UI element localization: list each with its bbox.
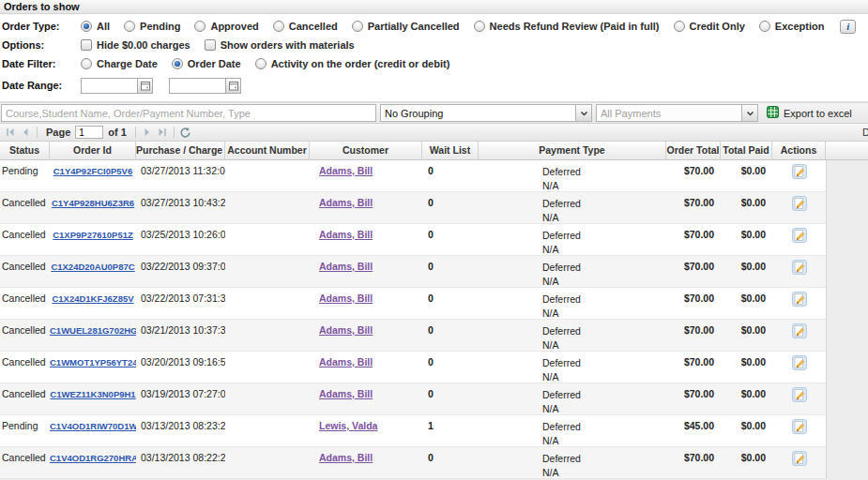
table-row[interactable]: Cancelled C1Y4P928HU6Z3R6 03/27/2013 10:… — [0, 192, 826, 224]
edit-order-icon[interactable] — [792, 425, 807, 436]
options-checkboxes: Hide $0.00 charges Show orders with mate… — [81, 39, 369, 51]
column-header-customer[interactable]: Customer — [310, 142, 422, 160]
refresh-icon[interactable] — [178, 125, 193, 140]
order-id-link[interactable]: C1WUEL281G702HG — [50, 325, 136, 336]
order-type-radio-credit-only[interactable]: Credit Only — [674, 21, 745, 32]
column-header-order-id[interactable]: Order Id — [50, 142, 136, 160]
customer-link[interactable]: Adams, Bill — [319, 388, 373, 399]
search-input[interactable] — [1, 104, 376, 122]
table-row[interactable]: Cancelled C1WUEL281G702HG 03/21/2013 10:… — [0, 320, 826, 352]
order-id-link[interactable]: C1WEZ11K3N0P9H1 — [50, 389, 135, 399]
chevron-down-icon[interactable] — [575, 104, 592, 122]
next-page-icon[interactable] — [140, 125, 155, 140]
page-label: Page — [46, 127, 70, 138]
table-row[interactable]: Pending C1Y4P92FCI0P5V6 03/27/2013 11:32… — [0, 160, 826, 192]
order-total-cell: $70.00 — [666, 224, 721, 255]
edit-order-icon[interactable] — [792, 361, 807, 372]
edit-order-icon[interactable] — [792, 265, 807, 277]
order-total-cell: $70.00 — [666, 352, 721, 382]
order-id-link[interactable]: C1Y4P92FCI0P5V6 — [53, 166, 133, 176]
order-id-cell: C1XP9P27610P51Z — [50, 224, 136, 255]
last-page-icon[interactable] — [155, 125, 170, 140]
hide-zero-charges-checkbox[interactable]: Hide $0.00 charges — [81, 39, 190, 51]
order-total-cell: $70.00 — [666, 447, 721, 478]
calendar-icon[interactable] — [137, 78, 153, 94]
order-id-cell: C1Y4P928HU6Z3R6 — [50, 192, 136, 223]
order-total-cell: $70.00 — [666, 256, 721, 287]
customer-link[interactable]: Adams, Bill — [319, 452, 373, 463]
first-page-icon[interactable] — [3, 125, 18, 140]
page-input[interactable] — [75, 126, 103, 139]
customer-link[interactable]: Adams, Bill — [319, 292, 373, 304]
date-from-input[interactable] — [81, 78, 137, 94]
order-id-link[interactable]: C1WMOT1YP56YT24 — [50, 357, 136, 368]
customer-link[interactable]: Adams, Bill — [319, 261, 373, 272]
status-cell: Cancelled — [0, 192, 50, 223]
customer-link[interactable]: Adams, Bill — [319, 165, 373, 176]
chevron-down-icon[interactable] — [741, 104, 758, 122]
column-header-wait-list[interactable]: Wait List — [422, 142, 479, 160]
order-id-link[interactable]: C1X24D1KFJ6Z85V — [52, 293, 133, 304]
order-id-link[interactable]: C1X24D20AU0P87C — [51, 262, 134, 272]
column-header-payment-type[interactable]: Payment Type — [479, 142, 666, 160]
customer-link[interactable]: Adams, Bill — [319, 356, 373, 368]
table-row[interactable]: Cancelled C1X24D20AU0P87C 03/22/2013 09:… — [0, 256, 826, 288]
customer-link[interactable]: Adams, Bill — [319, 229, 373, 240]
column-header-status[interactable]: Status — [0, 142, 50, 160]
order-type-radio-pending[interactable]: Pending — [124, 21, 180, 32]
order-id-cell: C1WUEL281G702HG — [50, 320, 136, 351]
edit-order-icon[interactable] — [792, 329, 807, 340]
customer-link[interactable]: Lewis, Valda — [319, 420, 377, 431]
column-header-purchase-charge-date[interactable]: Purchase / Charge Date — [136, 142, 225, 160]
grouping-select[interactable]: No Grouping — [380, 104, 592, 122]
payment-type-cell: DeferredN/A — [479, 447, 666, 478]
order-type-radio-partially-cancelled[interactable]: Partially Cancelled — [352, 21, 460, 32]
separator — [135, 127, 136, 138]
order-type-radio-all[interactable]: All — [81, 21, 110, 32]
edit-order-icon[interactable] — [792, 393, 807, 404]
order-id-cell: C1WMOT1YP56YT24 — [50, 352, 136, 382]
customer-link[interactable]: Adams, Bill — [319, 324, 373, 336]
actions-cell — [772, 160, 826, 191]
order-id-link[interactable]: C1XP9P27610P51Z — [53, 230, 133, 240]
edit-order-icon[interactable] — [792, 457, 807, 468]
date-filter-radio-charge-date[interactable]: Charge Date — [81, 58, 158, 69]
calendar-icon[interactable] — [225, 78, 241, 94]
date-filter-options: Charge Date Order Date Activity on the o… — [81, 58, 464, 69]
order-id-link[interactable]: C1V4OD1RG270HRA — [50, 453, 136, 463]
table-row[interactable]: Cancelled C1WMOT1YP56YT24 03/20/2013 09:… — [0, 352, 826, 383]
export-to-excel-button[interactable]: Export to excel — [767, 106, 852, 120]
column-header-actions[interactable]: Actions — [772, 142, 826, 160]
order-type-radio-needs-refund-review[interactable]: Needs Refund Review (Paid in full) — [474, 21, 660, 32]
payments-select[interactable]: All Payments — [596, 104, 758, 122]
column-header-total-paid[interactable]: Total Paid — [721, 142, 772, 160]
date-filter-radio-activity[interactable]: Activity on the order (credit or debit) — [255, 58, 450, 69]
order-id-link[interactable]: C1Y4P928HU6Z3R6 — [52, 198, 134, 208]
column-header-account-number[interactable]: Account Number — [225, 142, 310, 160]
table-row[interactable]: Cancelled C1V4OD1RG270HRA 03/13/2013 08:… — [0, 447, 826, 479]
edit-order-icon[interactable] — [792, 202, 807, 213]
wait-list-cell: 0 — [422, 160, 479, 191]
order-id-cell: C1V4OD1RG270HRA — [50, 447, 136, 478]
edit-order-icon[interactable] — [792, 170, 807, 181]
wait-list-cell: 1 — [422, 415, 479, 446]
order-type-radio-exception[interactable]: Exception — [759, 21, 825, 32]
order-type-radio-approved[interactable]: Approved — [194, 21, 258, 32]
order-id-link[interactable]: C1V4OD1RIW70D1W — [50, 421, 136, 431]
order-type-radio-cancelled[interactable]: Cancelled — [273, 21, 338, 32]
status-cell: Cancelled — [0, 447, 50, 478]
column-header-order-total[interactable]: Order Total — [666, 142, 721, 160]
table-row[interactable]: Pending C1V4OD1RIW70D1W 03/13/2013 08:23… — [0, 415, 826, 447]
order-total-cell: $70.00 — [666, 192, 721, 223]
customer-link[interactable]: Adams, Bill — [319, 197, 373, 208]
previous-page-icon[interactable] — [18, 125, 33, 140]
table-row[interactable]: Cancelled C1XP9P27610P51Z 03/25/2013 10:… — [0, 224, 826, 256]
date-filter-radio-order-date[interactable]: Order Date — [172, 58, 241, 69]
edit-order-icon[interactable] — [792, 297, 807, 308]
info-icon[interactable]: i — [840, 20, 856, 34]
edit-order-icon[interactable] — [792, 233, 807, 245]
table-row[interactable]: Cancelled C1WEZ11K3N0P9H1 03/19/2013 07:… — [0, 383, 826, 415]
date-to-input[interactable] — [169, 78, 225, 94]
table-row[interactable]: Cancelled C1X24D1KFJ6Z85V 03/22/2013 07:… — [0, 288, 826, 320]
show-orders-with-materials-checkbox[interactable]: Show orders with materials — [205, 39, 355, 51]
